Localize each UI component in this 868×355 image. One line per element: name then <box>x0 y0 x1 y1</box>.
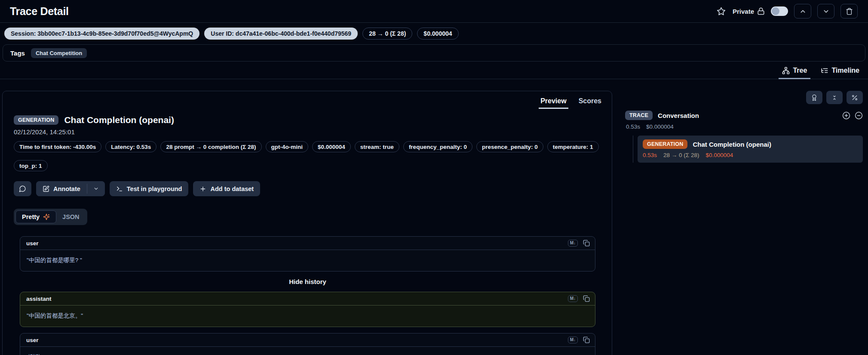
message-header: user M↓ <box>20 237 595 250</box>
annotate-button[interactable]: Annotate <box>36 181 87 196</box>
generation-type-badge: GENERATION <box>14 115 58 125</box>
copy-icon[interactable] <box>583 336 590 343</box>
trace-tree-panel: TRACE Conversation 0.53s $0.000004 GENER… <box>625 91 863 163</box>
message-content: "中国的首都是哪里? " <box>20 250 595 271</box>
trace-root-row[interactable]: TRACE Conversation <box>625 111 863 120</box>
hide-history-button[interactable]: Hide history <box>20 278 595 285</box>
fold-vertical-icon <box>831 94 838 101</box>
tab-tree[interactable]: Tree <box>781 65 808 79</box>
tags-container: Tags Chat Competition <box>3 44 865 62</box>
observation-title: Chat Completion (openai) <box>64 115 174 125</box>
metric-badge: temperature: 1 <box>547 141 599 152</box>
prev-trace-button[interactable] <box>794 4 811 19</box>
award-icon <box>811 94 818 101</box>
markdown-icon[interactable]: M↓ <box>568 336 578 343</box>
node-tokens: 28 → 0 (Σ 28) <box>663 152 699 158</box>
metrics-toggle-button[interactable] <box>847 91 863 104</box>
tab-json[interactable]: JSON <box>56 211 86 223</box>
message-user-2: user M↓ "谢谢" <box>20 333 595 355</box>
observation-content: GENERATION Chat Completion (openai) 02/1… <box>3 109 612 355</box>
tree-node-metrics: 0.53s 28 → 0 (Σ 28) $0.000004 <box>643 152 858 158</box>
copy-icon[interactable] <box>583 295 590 302</box>
observation-header: GENERATION Chat Completion (openai) <box>14 115 601 125</box>
trace-metrics: 0.53s $0.000004 <box>625 123 863 130</box>
tag-chat-competition[interactable]: Chat Competition <box>31 48 87 58</box>
annotate-label: Annotate <box>53 185 80 192</box>
collapse-all-button[interactable] <box>826 91 843 104</box>
metric-badge: top_p: 1 <box>14 160 48 171</box>
annotate-icon <box>43 185 49 192</box>
node-cost: $0.000004 <box>705 152 733 158</box>
view-tabs: Tree Timeline <box>0 62 868 79</box>
tags-label: Tags <box>10 49 25 57</box>
tab-timeline[interactable]: Timeline <box>820 65 860 79</box>
annotate-split-button: Annotate <box>36 181 105 196</box>
chevron-down-icon <box>822 8 830 15</box>
message-role: user <box>26 240 39 247</box>
star-icon <box>717 7 726 16</box>
comment-button[interactable] <box>14 181 31 196</box>
privacy-toggle[interactable] <box>771 6 788 16</box>
tab-preview[interactable]: Preview <box>540 97 566 109</box>
next-trace-button[interactable] <box>817 4 834 19</box>
app-header: Trace Detail Private <box>0 0 868 23</box>
user-id-badge[interactable]: User ID: dc47a41e-06bc-400d-bde1-f0e440d… <box>204 28 358 40</box>
messages-list: user M↓ "中国的首都是哪里? " Hide history <box>20 236 595 355</box>
cost-badge: $0.000004 <box>417 28 458 40</box>
bookmark-button[interactable] <box>716 6 727 17</box>
markdown-icon[interactable]: M↓ <box>568 295 578 302</box>
observation-actions: Annotate Test in playground <box>14 181 601 196</box>
tree-toolbar <box>625 91 863 104</box>
annotate-dropdown-button[interactable] <box>87 181 105 196</box>
minus-circle-icon[interactable] <box>855 111 863 120</box>
panel-tabs: Preview Scores <box>3 96 612 109</box>
copy-icon[interactable] <box>583 240 590 247</box>
toggle-knob <box>772 7 779 15</box>
meta-badges-row: Session: 3bb00ec7-1b13-4c9b-85ee-3d9d70f… <box>0 23 868 43</box>
message-header-icons: M↓ <box>568 295 590 302</box>
privacy-label: Private <box>733 8 754 15</box>
terminal-icon <box>116 185 123 192</box>
metric-badge: stream: true <box>355 141 399 152</box>
tab-pretty-label: Pretty <box>22 213 40 220</box>
comment-icon <box>19 185 26 192</box>
timeline-icon <box>821 67 828 74</box>
metric-badge: $0.000004 <box>312 141 351 152</box>
tab-tree-label: Tree <box>793 67 807 74</box>
metric-badges: Time to first token: -430.00s Latency: 0… <box>14 141 601 171</box>
message-assistant-1: assistant M↓ "中国的首都是北京。" <box>20 292 595 327</box>
trace-title: Conversation <box>658 112 699 119</box>
add-to-dataset-button[interactable]: Add to dataset <box>193 181 260 196</box>
token-usage-badge: 28 → 0 (Σ 28) <box>362 28 412 40</box>
page-title: Trace Detail <box>10 5 69 18</box>
spacer <box>20 327 595 333</box>
trace-cost: $0.000004 <box>646 123 674 130</box>
metric-badge: frequency_penalty: 0 <box>403 141 472 152</box>
markdown-icon[interactable]: M↓ <box>568 240 578 247</box>
privacy-label-group: Private <box>733 7 765 15</box>
tree-node-generation[interactable]: GENERATION Chat Completion (openai) 0.53… <box>638 136 863 163</box>
tree-node-header: GENERATION Chat Completion (openai) <box>643 139 858 149</box>
observation-timestamp: 02/12/2024, 14:25:01 <box>14 128 601 136</box>
generation-type-badge: GENERATION <box>643 139 687 149</box>
format-tabs: Pretty JSON <box>14 209 87 225</box>
tab-scores[interactable]: Scores <box>579 97 601 109</box>
tab-pretty[interactable]: Pretty <box>15 210 56 223</box>
metric-badge: 28 prompt → 0 completion (Σ 28) <box>160 141 261 152</box>
plus-circle-icon[interactable] <box>842 111 850 120</box>
trace-type-badge: TRACE <box>625 111 653 120</box>
message-header-icons: M↓ <box>568 336 590 343</box>
test-in-playground-button[interactable]: Test in playground <box>110 181 189 196</box>
session-badge[interactable]: Session: 3bb00ec7-1b13-4c9b-85ee-3d9d70f… <box>4 28 199 40</box>
metric-badge: Latency: 0.53s <box>105 141 156 152</box>
plus-icon <box>199 185 206 192</box>
metric-badge: Time to first token: -430.00s <box>14 141 101 152</box>
metric-badge: presence_penalty: 0 <box>476 141 543 152</box>
node-latency: 0.53s <box>643 152 657 158</box>
delete-trace-button[interactable] <box>840 4 858 19</box>
trace-zoom-controls <box>842 111 863 120</box>
main-content: Preview Scores GENERATION Chat Completio… <box>0 79 868 355</box>
message-header-icons: M↓ <box>568 240 590 247</box>
scores-toggle-button[interactable] <box>806 91 822 104</box>
message-content: "中国的首都是北京。" <box>20 306 595 327</box>
